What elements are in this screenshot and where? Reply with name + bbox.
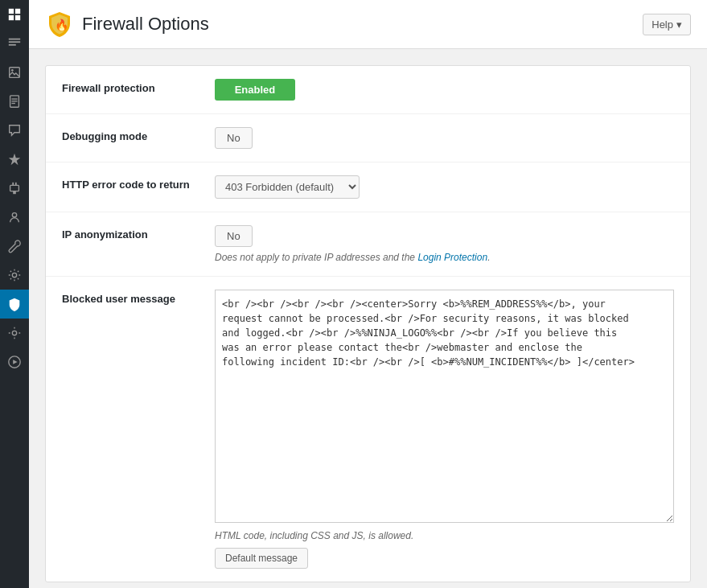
blocked-user-message-label: Blocked user message (62, 290, 215, 305)
svg-rect-2 (9, 15, 14, 20)
gear2-icon[interactable] (0, 319, 29, 347)
ip-anonymization-button[interactable]: No (215, 225, 253, 247)
svg-rect-6 (9, 44, 16, 46)
svg-rect-0 (9, 9, 14, 14)
users-icon[interactable] (0, 203, 29, 232)
textarea-helper-text: HTML code, including CSS and JS, is allo… (215, 530, 674, 541)
page-title-area: 🔥 Firewall Options (45, 10, 209, 39)
svg-rect-1 (15, 9, 20, 14)
svg-rect-3 (15, 15, 20, 20)
media-icon[interactable] (0, 58, 29, 87)
firewall-protection-label: Firewall protection (62, 79, 215, 94)
svg-rect-11 (11, 101, 17, 101)
blocked-user-message-control: HTML code, including CSS and JS, is allo… (215, 290, 674, 569)
svg-rect-12 (11, 103, 15, 104)
svg-point-8 (11, 69, 14, 72)
svg-point-19 (12, 331, 16, 335)
svg-rect-10 (11, 98, 17, 99)
default-message-button[interactable]: Default message (215, 548, 308, 569)
posts-icon[interactable] (0, 29, 29, 58)
blocked-message-textarea[interactable] (215, 290, 674, 523)
sidebar (0, 0, 29, 588)
http-error-code-row: HTTP error code to return 403 Forbidden … (46, 162, 690, 212)
comments-icon[interactable] (0, 116, 29, 145)
firewall-protection-control: Enabled (215, 79, 674, 101)
svg-rect-15 (10, 185, 19, 191)
ip-anonymization-label: IP anonymization (62, 225, 215, 241)
svg-text:🔥: 🔥 (55, 19, 69, 32)
debugging-mode-row: Debugging mode No (46, 114, 690, 162)
pages-icon[interactable] (0, 87, 29, 116)
plugins-icon[interactable] (0, 174, 29, 203)
ip-anonymization-control: No Does not apply to private IP addresse… (215, 225, 674, 263)
appearance-icon[interactable] (0, 145, 29, 174)
http-error-code-control: 403 Forbidden (default) (215, 175, 674, 199)
debugging-mode-control: No (215, 127, 674, 149)
main-content: 🔥 Firewall Options Help ▾ Firewall prote… (29, 0, 707, 588)
ip-anonymization-helper: Does not apply to private IP addresses a… (215, 252, 674, 263)
svg-point-17 (12, 213, 16, 217)
firewall-enabled-button[interactable]: Enabled (215, 79, 295, 101)
login-protection-link[interactable]: Login Protection (417, 252, 487, 263)
play-icon[interactable] (0, 347, 29, 376)
chevron-down-icon: ▾ (676, 19, 682, 31)
firewall-active-icon[interactable] (0, 290, 29, 319)
http-error-code-label: HTTP error code to return (62, 175, 215, 191)
svg-marker-21 (13, 360, 17, 364)
help-button[interactable]: Help ▾ (643, 14, 691, 35)
page-header: 🔥 Firewall Options Help ▾ (29, 0, 707, 49)
settings-card: Firewall protection Enabled Debugging mo… (45, 65, 691, 582)
svg-point-18 (12, 273, 16, 277)
content-area: Firewall protection Enabled Debugging mo… (29, 49, 707, 588)
settings-icon[interactable] (0, 261, 29, 290)
firewall-page-icon: 🔥 (45, 10, 74, 39)
debugging-mode-button[interactable]: No (215, 127, 253, 149)
ip-anonymization-row: IP anonymization No Does not apply to pr… (46, 212, 690, 277)
svg-rect-16 (13, 191, 16, 195)
tools-icon[interactable] (0, 232, 29, 261)
svg-rect-5 (9, 41, 20, 43)
firewall-protection-row: Firewall protection Enabled (46, 66, 690, 114)
debugging-mode-label: Debugging mode (62, 127, 215, 142)
http-error-code-select[interactable]: 403 Forbidden (default) (215, 175, 360, 199)
page-title: Firewall Options (82, 14, 209, 35)
blocked-user-message-row: Blocked user message HTML code, includin… (46, 277, 690, 582)
svg-rect-4 (9, 39, 20, 40)
dashboard-icon[interactable] (0, 0, 29, 29)
